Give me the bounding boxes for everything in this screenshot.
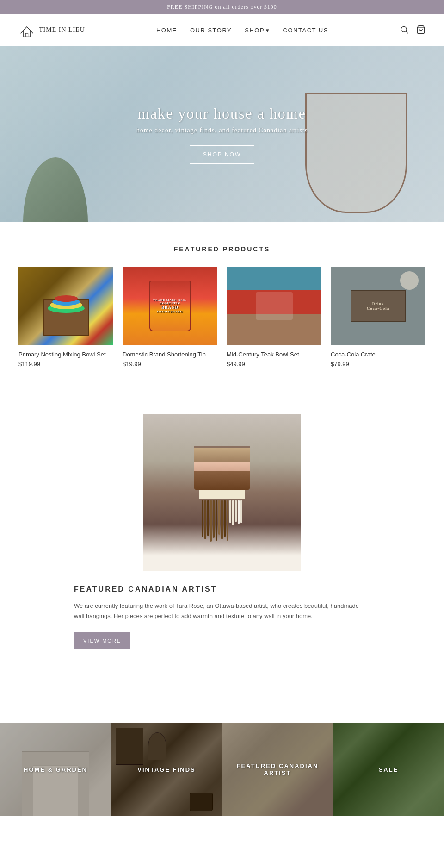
logo-text: TIME IN LIEU <box>39 26 85 34</box>
product-price-tin: $19.99 <box>123 361 217 368</box>
category-label-home: HOME & GARDEN <box>24 766 87 773</box>
svg-rect-1 <box>25 33 28 37</box>
nav-home[interactable]: HOME <box>156 27 177 34</box>
main-nav: HOME OUR STORY SHOP ▾ CONTACT US <box>156 27 328 34</box>
site-header: TIME IN LIEU HOME OUR STORY SHOP ▾ CONTA… <box>0 14 444 46</box>
view-more-button[interactable]: VIEW MORE <box>74 632 130 649</box>
hero-shop-button[interactable]: SHOP NOW <box>190 145 254 164</box>
featured-products-section: FEATURED PRODUCTS Primary Nesting Mixing… <box>0 245 444 368</box>
product-card-crate[interactable]: Drink Coca-Cola Coca-Cola Crate $79.99 <box>331 267 426 368</box>
product-name-bowls: Primary Nesting Mixing Bowl Set <box>18 351 113 358</box>
categories-grid: HOME & GARDEN VINTAGE FINDS FEATURED CAN… <box>0 723 444 816</box>
category-label-artist: FEATURED CANADIAN ARTIST <box>222 762 333 776</box>
product-name-tin: Domestic Brand Shortening Tin <box>123 351 217 358</box>
product-card-teak[interactable]: Mid-Century Teak Bowl Set $49.99 <box>227 267 321 368</box>
category-overlay-sale: SALE <box>333 723 444 816</box>
category-label-vintage: VINTAGE FINDS <box>137 766 195 773</box>
hero-content: make your house a home home decor, vinta… <box>136 105 308 164</box>
crate-placeholder: Drink Coca-Cola <box>331 267 426 345</box>
product-price-crate: $79.99 <box>331 361 426 368</box>
artist-image <box>143 414 301 571</box>
artist-section-title: FEATURED CANADIAN ARTIST <box>74 585 370 593</box>
chevron-down-icon: ▾ <box>266 27 270 34</box>
category-card-sale[interactable]: SALE <box>333 723 444 816</box>
svg-point-2 <box>401 26 407 32</box>
artist-description: We are currently featuring the work of T… <box>74 601 370 621</box>
teak-placeholder <box>227 267 321 345</box>
category-card-vintage[interactable]: VINTAGE FINDS <box>111 723 222 816</box>
hero-heading: make your house a home <box>136 105 308 122</box>
product-card-tin[interactable]: TRADE MARK REG. DOMESTIC BRAND SHORTENIN… <box>123 267 217 368</box>
product-card-bowls[interactable]: Primary Nesting Mixing Bowl Set $119.99 <box>18 267 113 368</box>
bowls-placeholder <box>18 267 113 345</box>
product-image-tin: TRADE MARK REG. DOMESTIC BRAND SHORTENIN… <box>123 267 217 345</box>
category-card-artist[interactable]: FEATURED CANADIAN ARTIST <box>222 723 333 816</box>
logo-icon <box>18 22 35 38</box>
nav-our-story[interactable]: OUR STORY <box>190 27 232 34</box>
hero-subheading: home decor, vintage finds, and featured … <box>136 127 308 134</box>
product-name-teak: Mid-Century Teak Bowl Set <box>227 351 321 358</box>
category-card-home[interactable]: HOME & GARDEN <box>0 723 111 816</box>
svg-line-3 <box>406 31 408 33</box>
promo-text: FREE SHIPPING on all orders over $100 <box>167 4 277 10</box>
product-image-teak <box>227 267 321 345</box>
featured-products-title: FEATURED PRODUCTS <box>0 245 444 253</box>
product-price-bowls: $119.99 <box>18 361 113 368</box>
product-name-crate: Coca-Cola Crate <box>331 351 426 358</box>
products-grid: Primary Nesting Mixing Bowl Set $119.99 … <box>0 267 444 368</box>
search-icon <box>400 25 409 34</box>
hero-section: make your house a home home decor, vinta… <box>0 46 444 222</box>
category-overlay-home: HOME & GARDEN <box>0 723 111 816</box>
header-actions <box>400 25 426 36</box>
svg-rect-0 <box>24 31 30 37</box>
cart-icon <box>416 25 426 34</box>
nav-shop[interactable]: SHOP ▾ <box>245 27 270 34</box>
promo-banner: FREE SHIPPING on all orders over $100 <box>0 0 444 14</box>
logo[interactable]: TIME IN LIEU <box>18 22 85 38</box>
featured-artist-section: FEATURED CANADIAN ARTIST We are currentl… <box>0 395 444 649</box>
hero-basket-decor <box>305 93 407 213</box>
tin-placeholder: TRADE MARK REG. DOMESTIC BRAND SHORTENIN… <box>123 267 217 345</box>
product-price-teak: $49.99 <box>227 361 321 368</box>
search-button[interactable] <box>400 25 409 36</box>
category-overlay-artist: FEATURED CANADIAN ARTIST <box>222 723 333 816</box>
product-image-bowls <box>18 267 113 345</box>
category-overlay-vintage: VINTAGE FINDS <box>111 723 222 816</box>
category-label-sale: SALE <box>379 766 399 773</box>
product-image-crate: Drink Coca-Cola <box>331 267 426 345</box>
wall-hanging-visual <box>185 428 259 557</box>
cart-button[interactable] <box>416 25 426 36</box>
nav-contact-us[interactable]: CONTACT US <box>283 27 328 34</box>
